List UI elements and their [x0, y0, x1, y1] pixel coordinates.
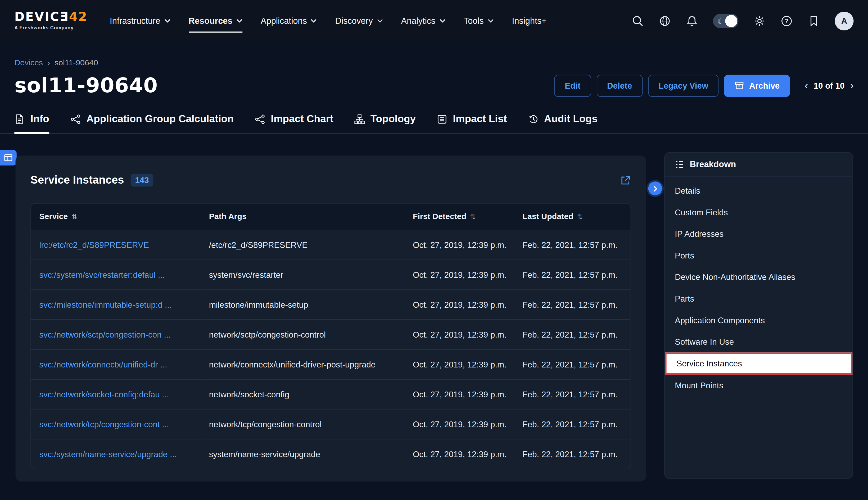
breakdown-item[interactable]: Software In Use [665, 331, 853, 353]
archive-button[interactable]: Archive [724, 74, 790, 96]
tab-label: Info [31, 113, 49, 125]
chevron-down-icon [439, 19, 446, 23]
path-args-cell: milestone/immutable-setup [201, 289, 404, 319]
count-badge: 143 [131, 174, 154, 186]
path-args-cell: network/connectx/unified-driver-post-upg… [201, 349, 404, 379]
next-record-icon[interactable] [850, 80, 854, 91]
left-panel-toggle[interactable] [0, 150, 17, 166]
card-title: Service Instances [31, 174, 124, 186]
nav-label: Insights+ [512, 16, 546, 26]
device42-logo[interactable]: DEVICƎ42 A Freshworks Company [14, 11, 88, 31]
table-row: svc:/milestone/immutable-setup:d ... mil… [31, 289, 630, 319]
service-link[interactable]: svc:/milestone/immutable-setup:d ... [31, 289, 201, 319]
service-link[interactable]: svc:/system/name-service/upgrade ... [31, 439, 201, 469]
settings-gear-icon[interactable] [753, 14, 766, 27]
first-detected-cell: Oct. 27, 2019, 12:39 p.m. [405, 409, 515, 439]
file-text-icon [14, 114, 25, 124]
breakdown-collapse-button[interactable] [649, 181, 662, 195]
breakdown-item[interactable]: Application Components [665, 309, 853, 331]
nav-item-discovery[interactable]: Discovery [335, 11, 383, 30]
nav-item-infrastructure[interactable]: Infrastructure [110, 11, 170, 30]
breakdown-item[interactable]: Parts [665, 288, 853, 309]
chevron-down-icon [487, 19, 494, 23]
tab-label: Application Group Calculation [86, 113, 234, 125]
pagination-label: 10 of 10 [814, 81, 845, 90]
service-instances-table: Service Path Args First Detected Last Up… [31, 203, 631, 469]
breakdown-panel: Breakdown Details Custom Fields IP Addre… [664, 152, 853, 479]
service-link[interactable]: svc:/network/connectx/unified-dr ... [31, 349, 201, 379]
nav-item-tools[interactable]: Tools [464, 11, 494, 30]
last-updated-cell: Feb. 22, 2021, 12:57 p.m. [514, 379, 631, 409]
tab-application-group-calculation[interactable]: Application Group Calculation [70, 113, 234, 133]
first-detected-cell: Oct. 27, 2019, 12:39 p.m. [405, 379, 515, 409]
nav-item-applications[interactable]: Applications [261, 11, 317, 30]
tab-impact-chart[interactable]: Impact Chart [255, 113, 333, 133]
breakdown-item[interactable]: Service Instances [665, 353, 853, 375]
breakdown-item[interactable]: Mount Points [665, 375, 853, 396]
breakdown-item[interactable]: IP Addresses [665, 223, 853, 245]
column-header-last-updated[interactable]: Last Updated [514, 204, 631, 230]
service-link[interactable]: svc:/network/socket-config:defau ... [31, 379, 201, 409]
bookmark-icon[interactable] [808, 14, 820, 27]
column-header-first-detected[interactable]: First Detected [405, 204, 515, 230]
delete-button[interactable]: Delete [597, 74, 643, 96]
table-row: svc:/system/name-service/upgrade ... sys… [31, 439, 630, 469]
breadcrumb-separator: › [47, 58, 50, 67]
moon-icon [713, 16, 724, 26]
help-icon[interactable]: ? [780, 14, 792, 27]
top-navbar: DEVICƎ42 A Freshworks Company Infrastruc… [0, 0, 868, 42]
edit-button[interactable]: Edit [554, 74, 591, 96]
prev-record-icon[interactable] [804, 80, 808, 91]
table-row: svc:/system/svc/restarter:defaul ... sys… [31, 260, 630, 289]
user-avatar[interactable]: A [835, 11, 854, 30]
breakdown-item[interactable]: Custom Fields [665, 201, 853, 223]
last-updated-cell: Feb. 22, 2021, 12:57 p.m. [514, 319, 631, 349]
last-updated-cell: Feb. 22, 2021, 12:57 p.m. [514, 289, 631, 319]
nav-label: Discovery [335, 16, 373, 26]
list-tree-icon [675, 160, 684, 169]
device42-app: DEVICƎ42 A Freshworks Company Infrastruc… [0, 0, 868, 500]
archive-icon [735, 81, 744, 90]
navbar-utilities: ? A [632, 11, 854, 30]
breakdown-item[interactable]: Device Non-Authoritative Aliases [665, 266, 853, 288]
chevron-down-icon [236, 19, 243, 23]
nav-item-analytics[interactable]: Analytics [401, 11, 446, 30]
nav-label: Resources [189, 16, 233, 26]
service-link[interactable]: svc:/network/tcp/congestion-cont ... [31, 409, 201, 439]
nav-item-resources[interactable]: Resources [189, 11, 243, 30]
globe-icon[interactable] [659, 14, 671, 27]
tab-impact-list[interactable]: Impact List [437, 113, 507, 133]
column-header-path-args: Path Args [201, 204, 404, 230]
notifications-bell-icon[interactable] [686, 14, 698, 27]
service-link[interactable]: svc:/network/sctp/congestion-con ... [31, 319, 201, 349]
service-link[interactable]: lrc:/etc/rc2_d/S89PRESERVE [31, 230, 201, 260]
logo-wordmark: DEVICƎ42 [14, 11, 88, 23]
tab-info[interactable]: Info [14, 113, 49, 133]
path-args-cell: /etc/rc2_d/S89PRESERVE [201, 230, 404, 260]
dark-mode-toggle[interactable] [713, 13, 738, 28]
first-detected-cell: Oct. 27, 2019, 12:39 p.m. [405, 260, 515, 289]
nav-item-insights[interactable]: Insights+ [512, 11, 546, 30]
column-header-service[interactable]: Service [31, 204, 201, 230]
legacy-view-button[interactable]: Legacy View [648, 74, 719, 96]
tab-topology[interactable]: Topology [354, 113, 416, 133]
breakdown-item[interactable]: Details [665, 180, 853, 202]
breakdown-item[interactable]: Ports [665, 245, 853, 266]
history-icon [528, 114, 539, 124]
content-area: Service Instances 143 Service Path Args … [0, 134, 868, 497]
external-link-icon[interactable] [620, 174, 631, 186]
breadcrumb-devices-link[interactable]: Devices [14, 58, 43, 67]
service-link[interactable]: svc:/system/svc/restarter:defaul ... [31, 260, 201, 289]
path-args-cell: network/sctp/congestion-control [201, 319, 404, 349]
path-args-cell: network/socket-config [201, 379, 404, 409]
table-row: svc:/network/tcp/congestion-cont ... net… [31, 409, 630, 439]
last-updated-cell: Feb. 22, 2021, 12:57 p.m. [514, 409, 631, 439]
logo-brand: DEVICƎ [14, 10, 69, 24]
search-icon[interactable] [632, 14, 644, 27]
tab-audit-logs[interactable]: Audit Logs [528, 113, 598, 133]
first-detected-cell: Oct. 27, 2019, 12:39 p.m. [405, 349, 515, 379]
table-header-row: Service Path Args First Detected Last Up… [31, 204, 630, 230]
main-nav: Infrastructure Resources Applications Di… [110, 11, 546, 30]
first-detected-cell: Oct. 27, 2019, 12:39 p.m. [405, 230, 515, 260]
title-row: sol11-90640 Edit Delete Legacy View Arch… [14, 73, 854, 97]
